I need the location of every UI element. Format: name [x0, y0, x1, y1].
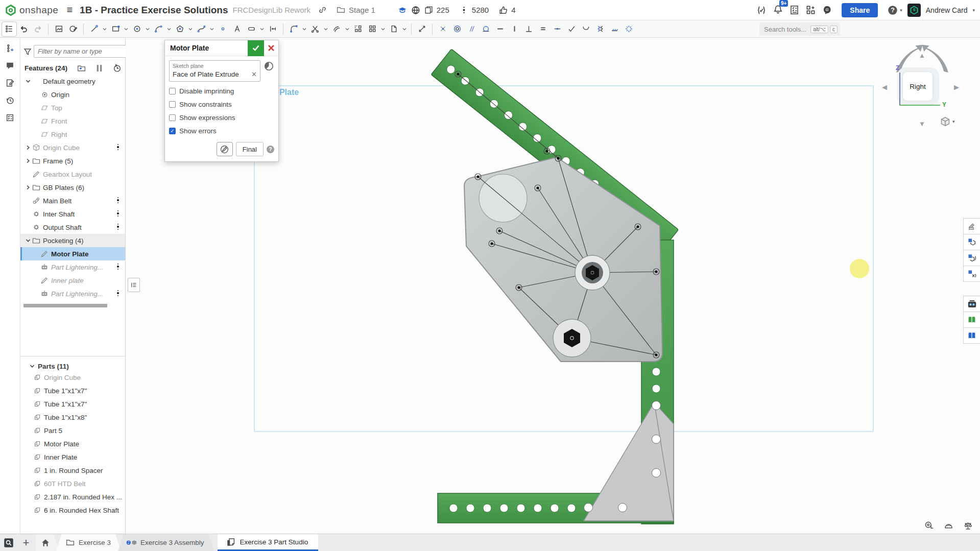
- gusset-plate[interactable]: [584, 402, 674, 521]
- toolbar-redo-button[interactable]: [31, 22, 45, 36]
- filter-icon[interactable]: [23, 46, 32, 57]
- toolbar-slot-dropdown[interactable]: [258, 22, 266, 36]
- filter-input[interactable]: [34, 45, 133, 58]
- toolbar-circle-dropdown[interactable]: [144, 22, 151, 36]
- feature-row[interactable]: Motor Plate: [20, 247, 125, 260]
- toolbar-offset-dropdown[interactable]: [344, 22, 351, 36]
- toolbar-insert-face-button[interactable]: [66, 22, 80, 36]
- part-row[interactable]: Part 5: [20, 424, 125, 437]
- toolbar-dimension-button[interactable]: [266, 22, 280, 36]
- part-row[interactable]: 60T HTD Belt: [20, 477, 125, 490]
- feature-row[interactable]: Main Belt: [20, 194, 125, 207]
- search-tabs-icon[interactable]: [0, 534, 17, 551]
- cancel-button[interactable]: [264, 40, 278, 56]
- toolbar-point-button[interactable]: [216, 22, 230, 36]
- dock-appearance-button[interactable]: [963, 218, 980, 234]
- mass-properties-icon[interactable]: [962, 519, 974, 532]
- feature-row[interactable]: Inter Shaft: [20, 207, 125, 221]
- dock-named-views-button[interactable]: [963, 250, 980, 266]
- edit-sketch-button[interactable]: [217, 142, 233, 156]
- protractor-icon[interactable]: [942, 519, 954, 532]
- dock-bom-button[interactable]: [963, 234, 980, 250]
- apps-icon[interactable]: [805, 5, 816, 16]
- confirm-button[interactable]: [248, 40, 264, 56]
- rollback-bar[interactable]: [23, 304, 107, 307]
- public-icon[interactable]: [410, 5, 421, 16]
- toolbar-slot-button[interactable]: [244, 22, 258, 36]
- chevron-down-icon[interactable]: [25, 238, 32, 243]
- toolbar-equal-button[interactable]: [536, 22, 550, 36]
- toolbar-offset-button[interactable]: [329, 22, 344, 36]
- toolbar-parallel-button[interactable]: [464, 22, 479, 36]
- part-row[interactable]: 1 in. Round Spacer: [20, 464, 125, 477]
- toolbar-coincident-button[interactable]: [436, 22, 450, 36]
- toolbar-fillet-dropdown[interactable]: [301, 22, 308, 36]
- main-menu-icon[interactable]: ≡: [66, 4, 73, 16]
- part-row[interactable]: Tube 1"x1"x7": [20, 397, 125, 411]
- toolbar-show-constraints-button[interactable]: [622, 22, 636, 36]
- notifications-button[interactable]: 9+: [772, 4, 783, 16]
- toolbar-circle-button[interactable]: [130, 22, 144, 36]
- chevron-right-icon[interactable]: [25, 185, 32, 190]
- chevron-down-icon[interactable]: [25, 79, 32, 84]
- dock-robot-button[interactable]: [963, 296, 980, 312]
- model-canvas[interactable]: Motor Plate Motor Plate Sketch plane: [126, 38, 980, 534]
- user-caret-icon[interactable]: ▾: [972, 8, 975, 13]
- dock-book-green-button[interactable]: [963, 312, 980, 328]
- toolbar-spline-button[interactable]: [194, 22, 208, 36]
- checkbox-row[interactable]: Show constraints: [169, 101, 274, 108]
- toolbar-arc-dropdown[interactable]: [165, 22, 173, 36]
- toolbar-line-dropdown[interactable]: [101, 22, 108, 36]
- checkbox-row[interactable]: ✓Show errors: [169, 127, 274, 135]
- onshape-logo[interactable]: onshape: [5, 5, 58, 16]
- checkbox-unchecked[interactable]: [169, 114, 176, 121]
- feature-row[interactable]: Default geometry: [20, 75, 125, 88]
- view-right-arrow[interactable]: ▶: [954, 84, 959, 90]
- toolbar-fillet-button[interactable]: [286, 22, 301, 36]
- sketch-plane-field[interactable]: Sketch plane Face of Plate Extrude ✕: [169, 60, 260, 82]
- checkbox-checked[interactable]: ✓: [169, 128, 176, 134]
- toolbar-symmetric-button[interactable]: [593, 22, 607, 36]
- feature-row[interactable]: Top: [20, 101, 125, 114]
- breadcrumb-folder[interactable]: Stage 1: [335, 5, 375, 16]
- rollback-clock-icon[interactable]: [111, 62, 123, 74]
- toolbar-normal-button[interactable]: [564, 22, 579, 36]
- strip-comment-button[interactable]: [3, 58, 17, 73]
- dialog-help-icon[interactable]: ?: [267, 146, 274, 153]
- feature-script-icon[interactable]: [756, 5, 767, 16]
- final-button[interactable]: Final: [236, 142, 264, 156]
- tape-measure-icon[interactable]: [923, 519, 935, 532]
- link-icon[interactable]: [317, 5, 328, 16]
- help-menu[interactable]: ? ▾: [887, 5, 902, 16]
- home-tab[interactable]: [36, 534, 59, 551]
- suppress-dots-icon[interactable]: [116, 262, 120, 272]
- likes-icon[interactable]: [498, 5, 509, 16]
- toolbar-polygon-dropdown[interactable]: [187, 22, 194, 36]
- feature-row[interactable]: Right: [20, 128, 125, 141]
- toolbar-polygon-button[interactable]: [173, 22, 187, 36]
- view-mode-cube[interactable]: ▾: [940, 116, 955, 127]
- toolbar-spline-dropdown[interactable]: [208, 22, 216, 36]
- dock-book-blue-button[interactable]: [963, 327, 980, 344]
- checkbox-row[interactable]: Disable imprinting: [169, 87, 274, 95]
- toolbar-feature-list-button[interactable]: [2, 22, 16, 36]
- feature-row[interactable]: GB Plates (6): [20, 181, 125, 194]
- suppress-dots-icon[interactable]: [116, 196, 120, 206]
- tasks-icon[interactable]: [788, 5, 800, 16]
- chevron-right-icon[interactable]: [25, 145, 32, 150]
- view-cube-face[interactable]: Right: [902, 71, 933, 101]
- learning-icon[interactable]: [397, 5, 408, 16]
- part-row[interactable]: 6 in. Rounded Hex Shaft: [20, 504, 125, 517]
- view-down-arrow[interactable]: ▼: [919, 121, 925, 127]
- toolbar-fix-button[interactable]: [607, 22, 622, 36]
- feature-row[interactable]: Part Lightening...: [20, 287, 125, 300]
- chevron-right-icon[interactable]: [25, 158, 32, 163]
- checkbox-row[interactable]: Show expressions: [169, 114, 274, 122]
- panel-collapse-handle[interactable]: [128, 278, 140, 292]
- checkbox-unchecked[interactable]: [169, 101, 176, 108]
- rollback-pie-icon[interactable]: [263, 60, 274, 71]
- user-name[interactable]: Andrew Card: [926, 6, 968, 14]
- toolbar-undo-button[interactable]: [16, 22, 31, 36]
- toolbar-grid-pattern-button[interactable]: [365, 22, 379, 36]
- part-row[interactable]: Tube 1"x1"x7": [20, 384, 125, 397]
